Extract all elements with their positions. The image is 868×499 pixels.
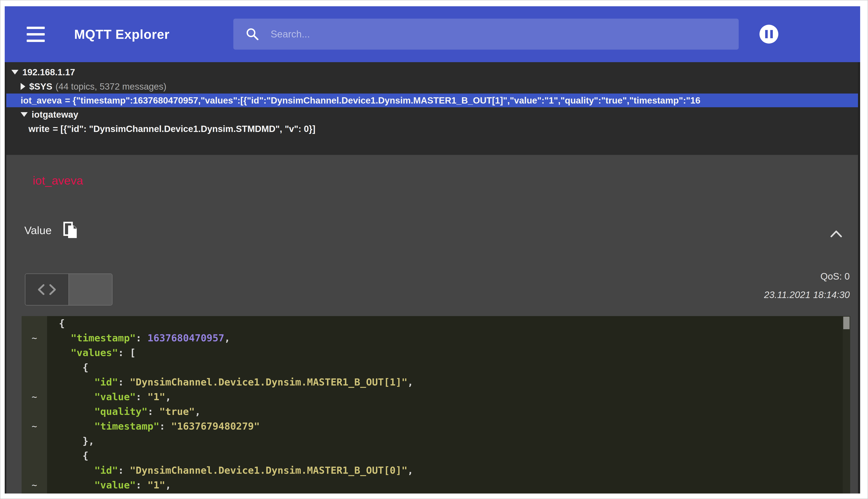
search-box[interactable] [233,19,739,50]
code-line: { [59,316,843,331]
tree-node-label: iotgateway [32,109,78,120]
tree-node-stats: (44 topics, 5372 messages) [56,81,166,92]
app-header: MQTT Explorer [5,6,860,62]
raw-view-button[interactable] [25,274,69,305]
tree-node-label: write [28,123,49,134]
code-line: { [59,360,843,375]
code-line: "value": "1", [59,478,843,492]
topic-tree: 192.168.1.17 $SYS (44 topics, 5372 messa… [6,62,858,155]
gutter-cell [22,463,47,478]
gutter-cell [22,360,47,375]
payload-scrollbar[interactable] [843,316,850,494]
search-icon [246,27,259,41]
tree-node-write[interactable]: write = [{"id": "DynsimChannel.Device1.D… [6,122,858,136]
tree-node-value: = [{"id": "DynsimChannel.Device1.Dynsim.… [52,123,316,134]
topic-detail-panel: iot_aveva Value [6,155,858,494]
line-changed-icon: ~ [22,478,47,492]
code-line: }, [59,434,843,448]
tree-node-sys[interactable]: $SYS (44 topics, 5372 messages) [6,79,858,94]
tree-node-broker[interactable]: 192.168.1.17 [6,65,858,79]
value-section-header: Value [24,221,78,239]
chevron-up-icon [830,230,843,238]
topic-breadcrumb[interactable]: iot_aveva [33,174,83,187]
pause-icon [765,30,768,38]
tree-node-label: $SYS [29,81,52,92]
panels: 192.168.1.17 $SYS (44 topics, 5372 messa… [5,62,860,494]
code-line: { [59,448,843,463]
qos-label: QoS: 0 [821,271,850,282]
value-section-title: Value [24,224,51,237]
app-title: MQTT Explorer [74,27,169,42]
tree-node-iotgateway[interactable]: iotgateway [6,107,858,122]
scrollbar-thumb[interactable] [843,317,849,329]
expand-arrow-icon [11,70,19,74]
line-changed-icon: ~ [22,331,47,345]
tree-node-value: = {"timestamp":1637680470957,"values":[{… [65,95,700,106]
code-line: "id": "DynsimChannel.Device1.Dynsim.MAST… [59,463,843,478]
line-changed-icon: ~ [22,390,47,404]
gutter-cell [22,404,47,419]
menu-icon[interactable] [27,23,45,46]
payload-view-toggle [25,273,112,305]
expand-arrow-icon [21,112,28,117]
tree-node-iot-aveva[interactable]: iot_aveva = {"timestamp":1637680470957,"… [6,94,858,107]
collapse-arrow-icon [21,83,25,90]
received-timestamp: 23.11.2021 18:14:30 [764,289,850,300]
collapse-section-button[interactable] [830,230,843,238]
code-line: "quality": "true", [59,404,843,419]
code-icon [36,283,58,296]
payload-viewer: ~~~~ { "timestamp": 1637680470957, "valu… [22,316,850,494]
copy-value-button[interactable] [63,221,78,239]
code-line: "timestamp": 1637680470957, [59,331,843,345]
list-view-button[interactable] [69,274,112,305]
code-line: "id": "DynsimChannel.Device1.Dynsim.MAST… [59,375,843,390]
search-input[interactable] [271,28,722,40]
gutter-cell [22,448,47,463]
code-line: "timestamp": "1637679480279" [59,419,843,434]
mqtt-explorer-window: MQTT Explorer 192.168.1.17 [5,6,860,494]
gutter-cell [22,375,47,390]
code-lines: { "timestamp": 1637680470957, "values": … [47,316,843,494]
screenshot-frame: MQTT Explorer 192.168.1.17 [0,0,868,499]
tree-node-label: iot_aveva [21,95,62,106]
gutter-cell [22,434,47,448]
code-line: "value": "1", [59,390,843,404]
code-line: "values": [ [59,345,843,360]
pause-button[interactable] [760,25,778,44]
line-changed-icon: ~ [22,419,47,434]
gutter-cell [22,345,47,360]
gutter-cell [22,316,47,331]
copy-icon [63,221,78,239]
code-gutter: ~~~~ [22,316,47,494]
tree-node-label: 192.168.1.17 [22,67,75,77]
